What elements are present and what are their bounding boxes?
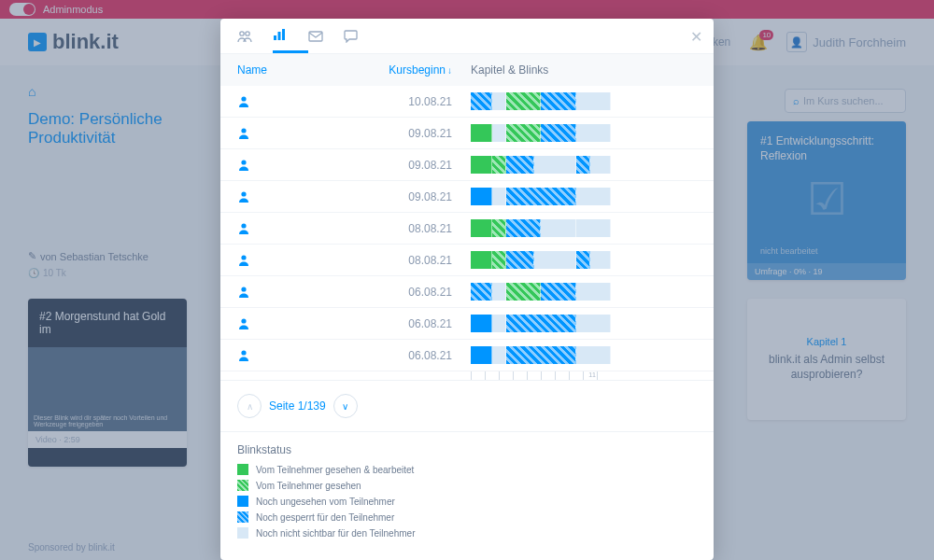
header-kursbeginn[interactable]: Kursbeginn↓: [331, 63, 452, 77]
legend-item: Vom Teilnehmer gesehen: [237, 480, 697, 491]
svg-point-10: [241, 223, 246, 228]
svg-point-11: [241, 255, 246, 259]
course-card-reflexion[interactable]: #1 Entwicklungsschritt: Reflexion ☑ nich…: [747, 121, 906, 280]
user-menu[interactable]: 👤 Judith Forchheim: [786, 32, 906, 52]
progress-bar: [452, 219, 697, 237]
tab-mail-icon[interactable]: [308, 21, 344, 51]
svg-point-1: [246, 31, 249, 35]
progress-bar: [452, 188, 697, 205]
table-row[interactable]: 08.08.21: [220, 213, 714, 245]
svg-point-6: [241, 96, 246, 101]
legend-swatch: [237, 511, 248, 523]
svg-point-13: [241, 318, 246, 323]
table-row[interactable]: 06.08.21: [220, 340, 714, 371]
legend-item: Vom Teilnehmer gesehen & bearbeitet: [237, 464, 697, 475]
svg-rect-2: [274, 35, 276, 40]
locked-caption: Dieser Blink wird dir später noch Vortei…: [34, 414, 174, 427]
table-row[interactable]: 08.08.21: [220, 245, 714, 276]
header-kapitel: Kapitel & Blinks: [452, 63, 697, 77]
person-icon: [237, 95, 331, 108]
tab-chat-icon[interactable]: [344, 21, 379, 52]
table-row[interactable]: 09.08.21: [220, 149, 714, 181]
legend-swatch: [237, 464, 248, 475]
page-prev-button[interactable]: ∧: [237, 394, 262, 418]
table-row[interactable]: 06.08.21: [220, 276, 714, 308]
svg-point-12: [241, 287, 246, 291]
card-status: nicht bearbeitet: [760, 246, 818, 256]
legend-label: Vom Teilnehmer gesehen: [256, 481, 361, 491]
tab-stats-icon[interactable]: [273, 19, 308, 53]
legend-label: Vom Teilnehmer gesehen & bearbeitet: [256, 465, 414, 475]
row-date: 06.08.21: [331, 349, 452, 362]
legend-item: Noch nicht sichtbar für den Teilnehmer: [237, 527, 697, 539]
notification-icon[interactable]: 🔔10: [749, 34, 768, 51]
person-icon: [237, 222, 331, 235]
svg-point-8: [241, 160, 246, 164]
person-icon: [237, 286, 331, 299]
legend-item: Noch gesperrt für den Teilnehmer: [237, 511, 697, 523]
table-row[interactable]: 06.08.21: [220, 308, 714, 340]
search-placeholder: Im Kurs suchen...: [803, 95, 884, 106]
progress-bar: [452, 315, 697, 332]
chapter-question: blink.it als Admin selbst ausprobieren?: [760, 353, 893, 382]
table-row[interactable]: 10.08.21: [220, 86, 714, 118]
header-name[interactable]: Name: [237, 63, 331, 77]
table-header: Name Kursbeginn↓ Kapitel & Blinks: [220, 54, 714, 86]
person-icon: [237, 317, 331, 330]
participant-rows: 10.08.2109.08.2109.08.2109.08.2108.08.21…: [220, 86, 714, 371]
brand-name: blink.it: [52, 30, 119, 54]
search-input[interactable]: ⌕ Im Kurs suchen...: [785, 89, 906, 113]
chapter-label: Kapitel 1: [760, 336, 893, 347]
course-meta: 🕓10 Tk: [28, 268, 177, 278]
course-author: ✎von Sebastian Tetschke: [28, 250, 177, 262]
row-date: 09.08.21: [331, 127, 452, 140]
svg-point-9: [241, 191, 246, 196]
participants-modal: ✕ Name Kursbeginn↓ Kapitel & Blinks 10.0…: [220, 19, 714, 560]
tab-group-icon[interactable]: [237, 21, 273, 52]
course-title[interactable]: Demo: Persönliche Produktivität: [28, 110, 177, 147]
card-title: #2 Morgenstund hat Gold im: [28, 299, 187, 347]
progress-bar: [452, 346, 697, 364]
notification-badge: 10: [759, 30, 773, 40]
search-icon: ⌕: [793, 95, 800, 106]
progress-bar: [452, 251, 697, 269]
brand-logo[interactable]: ▶ blink.it: [28, 30, 119, 54]
legend-swatch: [237, 527, 248, 539]
play-icon: ▶: [28, 33, 47, 51]
course-card-morgenstund[interactable]: #2 Morgenstund hat Gold im Dieser Blink …: [28, 299, 187, 467]
legend: Blinkstatus Vom Teilnehmer gesehen & bea…: [220, 431, 714, 560]
progress-bar: [452, 283, 697, 301]
legend-label: Noch gesperrt für den Teilnehmer: [256, 512, 394, 523]
home-icon[interactable]: ⌂: [28, 84, 177, 99]
axis-ticks: 11: [471, 371, 611, 380]
row-date: 09.08.21: [331, 190, 452, 203]
svg-point-0: [240, 31, 244, 35]
progress-bar: [452, 92, 697, 110]
svg-point-14: [241, 350, 246, 355]
table-row[interactable]: 09.08.21: [220, 118, 714, 149]
person-icon: [237, 349, 331, 362]
admin-toggle[interactable]: [9, 3, 35, 16]
row-date: 06.08.21: [331, 286, 452, 299]
row-date: 08.08.21: [331, 254, 452, 267]
person-icon: [237, 159, 331, 172]
legend-label: Noch nicht sichtbar für den Teilnehmer: [256, 528, 415, 539]
check-icon: ☑: [760, 173, 893, 225]
modal-tab-bar: ✕: [220, 19, 714, 54]
legend-label: Noch ungesehen vom Teilnehmer: [256, 497, 395, 507]
row-date: 08.08.21: [331, 222, 452, 235]
admin-label: Adminmodus: [43, 4, 103, 15]
svg-point-7: [241, 128, 246, 133]
close-icon[interactable]: ✕: [690, 28, 702, 46]
progress-bar: [452, 156, 697, 174]
legend-item: Noch ungesehen vom Teilnehmer: [237, 496, 697, 507]
avatar-icon: 👤: [786, 32, 807, 52]
page-next-button[interactable]: ∨: [333, 394, 358, 418]
pagination: ∧ Seite 1/139 ∨: [220, 380, 714, 431]
legend-swatch: [237, 496, 248, 507]
svg-rect-4: [282, 29, 285, 40]
progress-bar: [452, 124, 697, 142]
table-row[interactable]: 09.08.21: [220, 181, 714, 213]
row-date: 09.08.21: [331, 159, 452, 172]
chapter-cta-card[interactable]: Kapitel 1 blink.it als Admin selbst ausp…: [747, 299, 906, 420]
